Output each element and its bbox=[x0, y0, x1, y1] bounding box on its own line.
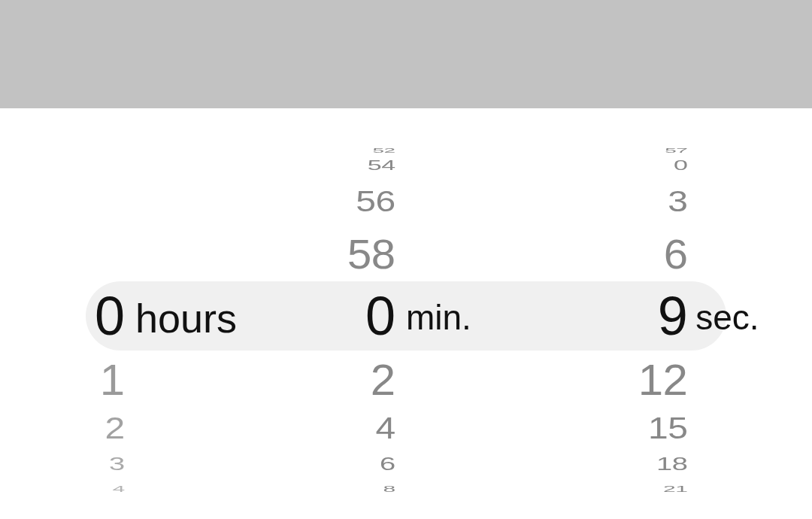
seconds-value[interactable]: 12 bbox=[541, 356, 687, 405]
minutes-value-selected[interactable]: 0 bbox=[271, 288, 395, 344]
minutes-column: 52 54 56 58 0 2 4 6 8 min. bbox=[271, 108, 541, 519]
hours-column: 0 1 2 3 4 hours bbox=[0, 108, 271, 519]
seconds-value[interactable]: 3 bbox=[541, 184, 687, 218]
minutes-value[interactable]: 54 bbox=[271, 157, 395, 173]
seconds-value[interactable]: 15 bbox=[541, 410, 687, 445]
seconds-column: 57 0 3 6 9 12 15 18 21 sec. bbox=[541, 108, 812, 519]
seconds-value[interactable]: 6 bbox=[541, 230, 687, 278]
duration-picker: 0 1 2 3 4 hours 52 54 56 58 0 2 4 6 8 mi… bbox=[0, 108, 812, 519]
hours-value[interactable]: 3 bbox=[0, 454, 125, 475]
minutes-value[interactable]: 58 bbox=[271, 230, 395, 278]
seconds-value-selected[interactable]: 9 bbox=[541, 288, 687, 344]
seconds-value[interactable]: 0 bbox=[541, 157, 687, 173]
seconds-value[interactable]: 18 bbox=[541, 454, 687, 475]
hours-value[interactable]: 4 bbox=[0, 485, 125, 494]
minutes-value[interactable]: 6 bbox=[271, 454, 395, 475]
minutes-unit-label: min. bbox=[406, 297, 471, 338]
hours-value[interactable]: 1 bbox=[0, 356, 125, 405]
seconds-value[interactable]: 21 bbox=[541, 485, 687, 494]
top-header-bar bbox=[0, 0, 812, 108]
hours-value[interactable]: 2 bbox=[0, 410, 125, 445]
minutes-value[interactable]: 2 bbox=[271, 356, 395, 405]
seconds-wheel[interactable]: 57 0 3 6 9 12 15 18 21 bbox=[541, 108, 812, 519]
seconds-unit-label: sec. bbox=[695, 297, 759, 338]
minutes-value[interactable]: 8 bbox=[271, 485, 395, 494]
minutes-value[interactable]: 56 bbox=[271, 184, 395, 218]
seconds-value[interactable]: 57 bbox=[541, 147, 687, 154]
hours-value-selected[interactable]: 0 bbox=[0, 288, 125, 344]
picker-columns: 0 1 2 3 4 hours 52 54 56 58 0 2 4 6 8 mi… bbox=[0, 108, 812, 519]
minutes-value[interactable]: 4 bbox=[271, 410, 395, 445]
hours-unit-label: hours bbox=[135, 295, 237, 341]
minutes-value[interactable]: 52 bbox=[271, 147, 395, 154]
